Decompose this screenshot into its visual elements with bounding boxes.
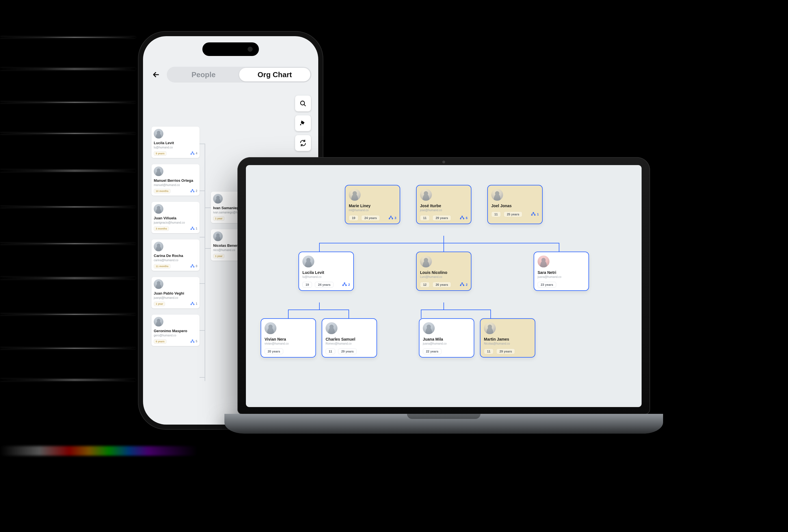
avatar bbox=[349, 189, 361, 201]
svg-rect-18 bbox=[193, 341, 194, 342]
segmented-control: People Org Chart bbox=[167, 67, 312, 82]
person-name: Juan Viñuela bbox=[154, 216, 197, 220]
info-chip: 26 years bbox=[432, 282, 451, 288]
person-email: vivian@humand.co bbox=[264, 342, 312, 345]
person-name: Manuel Berrios Ortega bbox=[154, 179, 197, 183]
info-chip: 29 years bbox=[432, 215, 451, 221]
person-name: Lucila Levit bbox=[154, 141, 197, 145]
info-chip: 29 years bbox=[496, 349, 515, 354]
svg-rect-1 bbox=[192, 152, 193, 152]
avatar bbox=[154, 279, 163, 289]
svg-rect-36 bbox=[346, 285, 347, 286]
info-chip: 12 bbox=[420, 282, 430, 288]
laptop-base bbox=[224, 414, 663, 434]
person-email: juanignacio@humand.co bbox=[154, 221, 197, 224]
reports-count: 0 bbox=[190, 264, 197, 269]
info-chip: 11 bbox=[420, 215, 430, 221]
person-name: Marie Liney bbox=[349, 203, 396, 208]
person-name: Geronimo Maspero bbox=[154, 329, 197, 333]
person-email: lu@humand.co bbox=[302, 275, 350, 278]
person-name: Charles Samuel bbox=[326, 337, 373, 341]
svg-rect-25 bbox=[390, 216, 392, 217]
reports-count: 1 bbox=[190, 302, 197, 306]
avatar bbox=[154, 129, 163, 139]
person-card[interactable]: Louis NicolinoLuni@humand.co1226 years2 bbox=[416, 252, 471, 291]
avatar bbox=[484, 322, 496, 334]
svg-rect-3 bbox=[193, 154, 194, 155]
phone-notch bbox=[202, 42, 259, 56]
tab-people[interactable]: People bbox=[168, 68, 239, 81]
search-button[interactable] bbox=[295, 96, 311, 111]
avatar bbox=[154, 166, 163, 176]
tenure-tag: 10 months bbox=[154, 189, 171, 193]
laptop-body: Marie Lineyml@humand.co1924 years3José I… bbox=[237, 157, 650, 414]
refresh-button[interactable] bbox=[295, 135, 311, 151]
reports-count: 5 bbox=[190, 339, 197, 344]
person-name: Louis Nicolino bbox=[420, 270, 468, 275]
person-email: Romeo@humand.co bbox=[326, 342, 373, 345]
person-card[interactable]: Joel Jonas1125 years1 bbox=[487, 185, 543, 224]
reports-count: 1 bbox=[531, 212, 539, 217]
phone-toolbar bbox=[295, 96, 311, 151]
svg-rect-8 bbox=[191, 229, 192, 230]
person-card[interactable]: Vivian Neravivian@humand.co20 years bbox=[261, 318, 316, 358]
person-name: Juana Mila bbox=[423, 337, 470, 341]
info-chip: 22 years bbox=[423, 349, 441, 354]
svg-rect-4 bbox=[192, 189, 193, 190]
info-chip: 11 bbox=[326, 349, 335, 354]
person-email: gero@humand.co bbox=[154, 334, 197, 337]
avatar bbox=[420, 189, 432, 201]
svg-rect-28 bbox=[461, 216, 463, 217]
person-card[interactable]: Carina De Rochacarina@humand.co11 months… bbox=[152, 239, 200, 271]
highlight-button[interactable] bbox=[295, 115, 311, 131]
svg-rect-39 bbox=[463, 285, 465, 286]
svg-rect-37 bbox=[461, 283, 463, 284]
person-card[interactable]: Lucila Levitlu@humand.co5 years4 bbox=[152, 126, 200, 158]
person-card[interactable]: Martin JamesNicolas@humand.co1129 years bbox=[480, 318, 535, 358]
person-card[interactable]: José Iturbejose@humand.co1129 years6 bbox=[416, 185, 471, 224]
camera-dot bbox=[442, 161, 445, 163]
person-card[interactable]: Manuel Berrios Ortegamanuel@humand.co10 … bbox=[152, 164, 200, 196]
person-card[interactable]: Juana Milajuana@humand.co22 years bbox=[419, 318, 474, 358]
avatar bbox=[423, 322, 435, 334]
reports-count: 2 bbox=[190, 189, 197, 193]
svg-rect-34 bbox=[344, 283, 346, 284]
tenure-tag: 1 year bbox=[213, 216, 224, 221]
person-card[interactable]: Marie Lineyml@humand.co1924 years3 bbox=[345, 185, 400, 224]
svg-rect-33 bbox=[534, 215, 536, 216]
avatar bbox=[491, 189, 503, 201]
person-email: juana@humand.co bbox=[423, 342, 470, 345]
tenure-tag: 1 year bbox=[154, 302, 165, 306]
svg-rect-29 bbox=[460, 218, 461, 219]
svg-rect-13 bbox=[192, 302, 193, 303]
svg-rect-2 bbox=[191, 154, 192, 155]
person-card[interactable]: Juan Pablo Veghijuanpi@humand.co1 year1 bbox=[152, 277, 200, 309]
person-email: jose@humand.co bbox=[420, 209, 468, 212]
person-card[interactable]: Lucila Levitlu@humand.co1924 years2 bbox=[298, 252, 354, 291]
tenure-tag: 11 months bbox=[154, 264, 171, 269]
info-chip: 25 years bbox=[504, 212, 522, 217]
person-card[interactable]: Geronimo Masperogero@humand.co6 years5 bbox=[152, 315, 200, 346]
back-button[interactable] bbox=[150, 68, 162, 81]
reports-count: 3 bbox=[388, 215, 396, 220]
svg-rect-9 bbox=[193, 229, 194, 230]
person-email: Nicolas@humand.co bbox=[484, 342, 531, 345]
info-chip: 11 bbox=[491, 212, 501, 217]
info-chip: 11 bbox=[484, 349, 493, 354]
avatar bbox=[213, 194, 223, 203]
person-card[interactable]: Sara Netrijuana@humand.co23 years bbox=[534, 252, 589, 291]
svg-rect-38 bbox=[460, 285, 461, 286]
person-card[interactable]: Juan Viñuelajuanignacio@humand.co3 month… bbox=[152, 202, 200, 233]
person-email: juana@humand.co bbox=[537, 275, 585, 278]
phone-header: People Org Chart bbox=[143, 62, 318, 87]
laptop-org-chart[interactable]: Marie Lineyml@humand.co1924 years3José I… bbox=[246, 165, 642, 407]
person-card[interactable]: Charles SamuelRomeo@humand.co1129 years bbox=[322, 318, 377, 358]
person-email: carina@humand.co bbox=[154, 259, 197, 262]
search-icon bbox=[299, 100, 307, 107]
avatar bbox=[264, 322, 276, 334]
laptop-screen: Marie Lineyml@humand.co1924 years3José I… bbox=[246, 165, 642, 407]
person-email: manuel@humand.co bbox=[154, 183, 197, 186]
tab-org-chart[interactable]: Org Chart bbox=[239, 68, 310, 81]
person-name: Juan Pablo Veghi bbox=[154, 292, 197, 296]
svg-rect-5 bbox=[191, 191, 192, 192]
